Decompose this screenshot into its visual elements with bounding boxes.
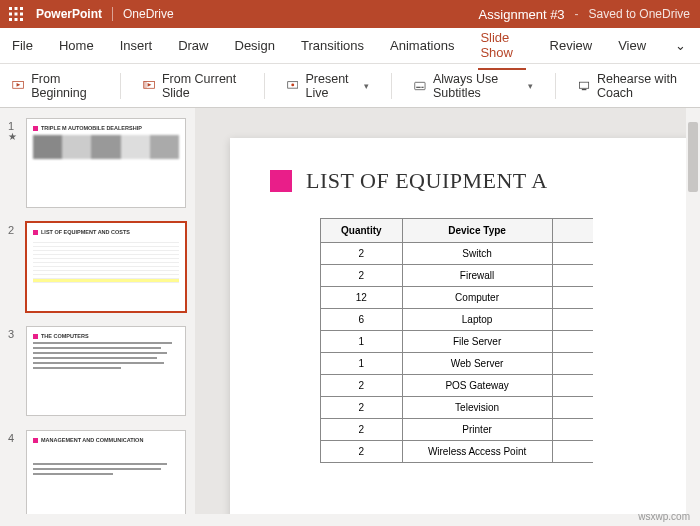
cell-device[interactable]: Laptop bbox=[402, 309, 552, 331]
title-bar: PowerPoint OneDrive Assignment #3 - Save… bbox=[0, 0, 700, 28]
cell-device[interactable]: Wireless Access Point bbox=[402, 441, 552, 463]
cell-extra[interactable] bbox=[552, 287, 593, 309]
table-row[interactable]: 2Printer bbox=[321, 419, 593, 441]
thumb-title: MANAGEMENT AND COMMUNICATION bbox=[41, 437, 143, 443]
table-row[interactable]: 2POS Gateway bbox=[321, 375, 593, 397]
table-row[interactable]: 6Laptop bbox=[321, 309, 593, 331]
svg-point-13 bbox=[291, 83, 294, 86]
thumb-content bbox=[33, 239, 179, 283]
table-row[interactable]: 12Computer bbox=[321, 287, 593, 309]
table-row[interactable]: 1Web Server bbox=[321, 353, 593, 375]
cell-qty[interactable]: 6 bbox=[321, 309, 403, 331]
watermark: wsxwp.com bbox=[638, 511, 690, 522]
cell-qty[interactable]: 1 bbox=[321, 331, 403, 353]
tab-design[interactable]: Design bbox=[233, 30, 277, 61]
present-live-button[interactable]: Present Live ▾ bbox=[287, 72, 369, 100]
use-subtitles-button[interactable]: Always Use Subtitles ▾ bbox=[414, 72, 533, 100]
table-header-row: Quantity Device Type bbox=[321, 219, 593, 243]
current-slide[interactable]: LIST OF EQUIPMENT A Quantity Device Type… bbox=[230, 138, 700, 514]
scroll-thumb[interactable] bbox=[688, 122, 698, 192]
tab-home[interactable]: Home bbox=[57, 30, 96, 61]
cell-extra[interactable] bbox=[552, 419, 593, 441]
cell-extra[interactable] bbox=[552, 265, 593, 287]
cell-qty[interactable]: 1 bbox=[321, 353, 403, 375]
thumb-title: THE COMPUTERS bbox=[41, 333, 89, 339]
cell-device[interactable]: Firewall bbox=[402, 265, 552, 287]
use-subtitles-label: Always Use Subtitles bbox=[433, 72, 519, 100]
tab-slideshow[interactable]: Slide Show bbox=[478, 22, 525, 70]
slide-heading: LIST OF EQUIPMENT A bbox=[270, 168, 700, 194]
cell-device[interactable]: POS Gateway bbox=[402, 375, 552, 397]
location-label[interactable]: OneDrive bbox=[113, 7, 174, 21]
svg-rect-8 bbox=[20, 18, 23, 21]
header-device: Device Type bbox=[402, 219, 552, 243]
cell-device[interactable]: Web Server bbox=[402, 353, 552, 375]
app-name: PowerPoint bbox=[32, 7, 112, 21]
thumbnail-panel[interactable]: 1 ★ TRIPLE M AUTOMOBILE DEALERSHIP 2 LIS… bbox=[0, 108, 196, 514]
cell-device[interactable]: Switch bbox=[402, 243, 552, 265]
coach-icon bbox=[578, 78, 590, 94]
rehearse-button[interactable]: Rehearse with Coach bbox=[578, 72, 688, 100]
svg-rect-2 bbox=[20, 7, 23, 10]
main-area: 1 ★ TRIPLE M AUTOMOBILE DEALERSHIP 2 LIS… bbox=[0, 108, 700, 514]
header-extra bbox=[552, 219, 593, 243]
thumb-title: LIST OF EQUIPMENT AND COSTS bbox=[41, 229, 130, 235]
thumb-number: 3 bbox=[8, 326, 20, 340]
cell-device[interactable]: Television bbox=[402, 397, 552, 419]
slide-thumb-4[interactable]: 4 MANAGEMENT AND COMMUNICATION bbox=[8, 430, 187, 514]
tab-file[interactable]: File bbox=[10, 30, 35, 61]
svg-rect-6 bbox=[9, 18, 12, 21]
table-row[interactable]: 2Firewall bbox=[321, 265, 593, 287]
thumb-number: 4 bbox=[8, 430, 20, 444]
header-quantity: Quantity bbox=[321, 219, 403, 243]
dash: - bbox=[575, 7, 579, 21]
from-current-button[interactable]: From Current Slide bbox=[143, 72, 242, 100]
cell-device[interactable]: File Server bbox=[402, 331, 552, 353]
tab-view[interactable]: View bbox=[616, 30, 648, 61]
cell-qty[interactable]: 12 bbox=[321, 287, 403, 309]
ribbon-chevron-icon[interactable]: ⌄ bbox=[670, 38, 690, 53]
cell-extra[interactable] bbox=[552, 397, 593, 419]
slide-thumb-2[interactable]: 2 LIST OF EQUIPMENT AND COSTS bbox=[8, 222, 187, 312]
table-row[interactable]: 2Switch bbox=[321, 243, 593, 265]
equipment-table[interactable]: Quantity Device Type 2Switch2Firewall12C… bbox=[320, 218, 593, 463]
cell-qty[interactable]: 2 bbox=[321, 243, 403, 265]
animation-star-icon: ★ bbox=[8, 132, 20, 142]
cell-extra[interactable] bbox=[552, 309, 593, 331]
tab-draw[interactable]: Draw bbox=[176, 30, 210, 61]
cell-qty[interactable]: 2 bbox=[321, 265, 403, 287]
cell-extra[interactable] bbox=[552, 375, 593, 397]
slide-thumb-1[interactable]: 1 ★ TRIPLE M AUTOMOBILE DEALERSHIP bbox=[8, 118, 187, 208]
tab-transitions[interactable]: Transitions bbox=[299, 30, 366, 61]
from-beginning-button[interactable]: From Beginning bbox=[12, 72, 98, 100]
thumb-content bbox=[33, 135, 179, 159]
tab-insert[interactable]: Insert bbox=[118, 30, 155, 61]
cell-extra[interactable] bbox=[552, 441, 593, 463]
cell-extra[interactable] bbox=[552, 243, 593, 265]
svg-rect-5 bbox=[20, 13, 23, 16]
svg-rect-7 bbox=[15, 18, 18, 21]
slide-thumb-3[interactable]: 3 THE COMPUTERS bbox=[8, 326, 187, 416]
slide-canvas[interactable]: LIST OF EQUIPMENT A Quantity Device Type… bbox=[196, 108, 700, 514]
presentation-icon bbox=[12, 78, 24, 94]
table-row[interactable]: 2Television bbox=[321, 397, 593, 419]
cell-device[interactable]: Printer bbox=[402, 419, 552, 441]
cell-device[interactable]: Computer bbox=[402, 287, 552, 309]
tab-review[interactable]: Review bbox=[548, 30, 595, 61]
table-row[interactable]: 1File Server bbox=[321, 331, 593, 353]
svg-rect-16 bbox=[421, 86, 423, 87]
tab-animations[interactable]: Animations bbox=[388, 30, 456, 61]
cell-extra[interactable] bbox=[552, 353, 593, 375]
cell-qty[interactable]: 2 bbox=[321, 397, 403, 419]
cell-qty[interactable]: 2 bbox=[321, 419, 403, 441]
slide-title[interactable]: LIST OF EQUIPMENT A bbox=[306, 168, 548, 194]
vertical-scrollbar[interactable] bbox=[686, 108, 700, 514]
thumb-number: 2 bbox=[8, 222, 20, 236]
cell-extra[interactable] bbox=[552, 331, 593, 353]
cell-qty[interactable]: 2 bbox=[321, 375, 403, 397]
table-row[interactable]: 2Wireless Access Point bbox=[321, 441, 593, 463]
cell-qty[interactable]: 2 bbox=[321, 441, 403, 463]
document-name[interactable]: Assignment #3 bbox=[479, 7, 565, 22]
app-launcher-icon[interactable] bbox=[0, 0, 32, 28]
thumb-content bbox=[33, 342, 179, 369]
